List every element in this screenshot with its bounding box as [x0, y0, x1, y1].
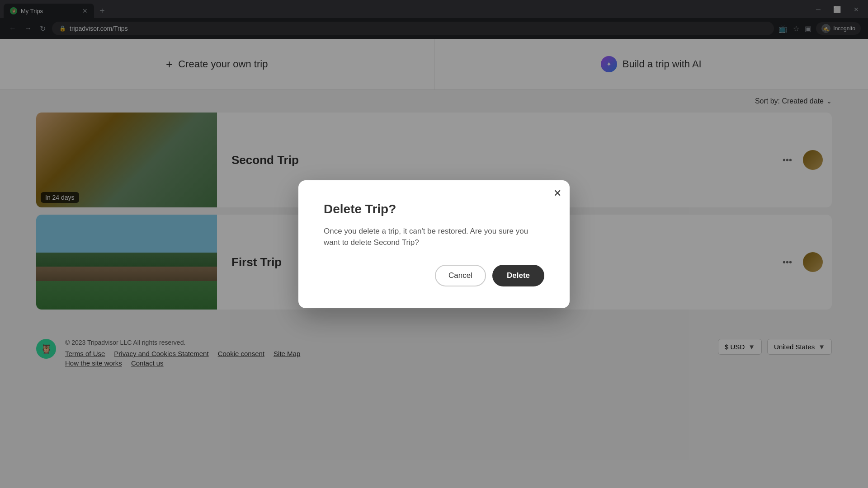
modal-body: Once you delete a trip, it can't be rest… [324, 225, 544, 249]
modal-close-button[interactable]: ✕ [553, 188, 561, 198]
modal-actions: Cancel Delete [324, 265, 544, 286]
modal-title: Delete Trip? [324, 202, 544, 216]
delete-trip-modal: ✕ Delete Trip? Once you delete a trip, i… [298, 180, 570, 308]
modal-overlay[interactable]: ✕ Delete Trip? Once you delete a trip, i… [0, 0, 868, 488]
cancel-button[interactable]: Cancel [435, 265, 486, 286]
delete-button[interactable]: Delete [492, 265, 544, 286]
